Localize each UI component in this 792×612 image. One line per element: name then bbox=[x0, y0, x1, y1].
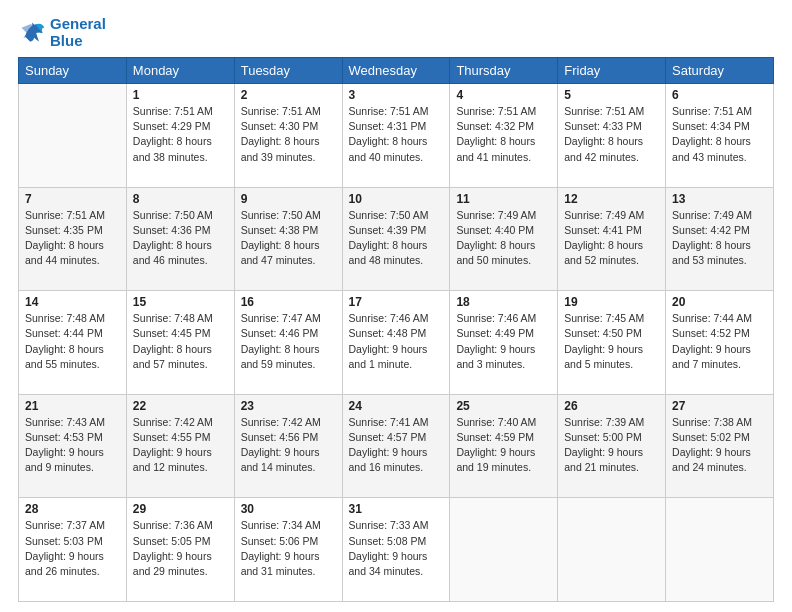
day-info: Sunrise: 7:36 AM Sunset: 5:05 PM Dayligh… bbox=[133, 518, 228, 579]
day-number: 24 bbox=[349, 399, 444, 413]
calendar-cell: 16Sunrise: 7:47 AM Sunset: 4:46 PM Dayli… bbox=[234, 291, 342, 395]
day-info: Sunrise: 7:51 AM Sunset: 4:31 PM Dayligh… bbox=[349, 104, 444, 165]
day-info: Sunrise: 7:33 AM Sunset: 5:08 PM Dayligh… bbox=[349, 518, 444, 579]
day-number: 18 bbox=[456, 295, 551, 309]
weekday-header-thursday: Thursday bbox=[450, 58, 558, 84]
day-number: 3 bbox=[349, 88, 444, 102]
day-number: 14 bbox=[25, 295, 120, 309]
day-number: 11 bbox=[456, 192, 551, 206]
calendar-cell: 15Sunrise: 7:48 AM Sunset: 4:45 PM Dayli… bbox=[126, 291, 234, 395]
day-info: Sunrise: 7:40 AM Sunset: 4:59 PM Dayligh… bbox=[456, 415, 551, 476]
calendar-cell: 21Sunrise: 7:43 AM Sunset: 4:53 PM Dayli… bbox=[19, 394, 127, 498]
weekday-header-tuesday: Tuesday bbox=[234, 58, 342, 84]
day-info: Sunrise: 7:51 AM Sunset: 4:34 PM Dayligh… bbox=[672, 104, 767, 165]
calendar-cell: 9Sunrise: 7:50 AM Sunset: 4:38 PM Daylig… bbox=[234, 187, 342, 291]
calendar-cell: 8Sunrise: 7:50 AM Sunset: 4:36 PM Daylig… bbox=[126, 187, 234, 291]
day-info: Sunrise: 7:48 AM Sunset: 4:44 PM Dayligh… bbox=[25, 311, 120, 372]
day-info: Sunrise: 7:43 AM Sunset: 4:53 PM Dayligh… bbox=[25, 415, 120, 476]
calendar-cell bbox=[19, 84, 127, 188]
calendar-cell: 20Sunrise: 7:44 AM Sunset: 4:52 PM Dayli… bbox=[666, 291, 774, 395]
day-info: Sunrise: 7:46 AM Sunset: 4:48 PM Dayligh… bbox=[349, 311, 444, 372]
day-info: Sunrise: 7:47 AM Sunset: 4:46 PM Dayligh… bbox=[241, 311, 336, 372]
day-number: 27 bbox=[672, 399, 767, 413]
calendar-cell: 23Sunrise: 7:42 AM Sunset: 4:56 PM Dayli… bbox=[234, 394, 342, 498]
day-number: 12 bbox=[564, 192, 659, 206]
day-info: Sunrise: 7:49 AM Sunset: 4:41 PM Dayligh… bbox=[564, 208, 659, 269]
day-number: 25 bbox=[456, 399, 551, 413]
calendar-table: SundayMondayTuesdayWednesdayThursdayFrid… bbox=[18, 57, 774, 602]
day-info: Sunrise: 7:49 AM Sunset: 4:42 PM Dayligh… bbox=[672, 208, 767, 269]
calendar-cell: 12Sunrise: 7:49 AM Sunset: 4:41 PM Dayli… bbox=[558, 187, 666, 291]
logo-text: General Blue bbox=[50, 16, 106, 49]
calendar-cell: 3Sunrise: 7:51 AM Sunset: 4:31 PM Daylig… bbox=[342, 84, 450, 188]
day-info: Sunrise: 7:50 AM Sunset: 4:36 PM Dayligh… bbox=[133, 208, 228, 269]
day-number: 9 bbox=[241, 192, 336, 206]
day-info: Sunrise: 7:46 AM Sunset: 4:49 PM Dayligh… bbox=[456, 311, 551, 372]
day-number: 5 bbox=[564, 88, 659, 102]
calendar-cell bbox=[666, 498, 774, 602]
calendar-cell: 1Sunrise: 7:51 AM Sunset: 4:29 PM Daylig… bbox=[126, 84, 234, 188]
weekday-header-sunday: Sunday bbox=[19, 58, 127, 84]
day-number: 28 bbox=[25, 502, 120, 516]
calendar-cell: 4Sunrise: 7:51 AM Sunset: 4:32 PM Daylig… bbox=[450, 84, 558, 188]
day-number: 13 bbox=[672, 192, 767, 206]
day-number: 30 bbox=[241, 502, 336, 516]
logo: General Blue bbox=[18, 16, 106, 49]
weekday-header-friday: Friday bbox=[558, 58, 666, 84]
day-info: Sunrise: 7:51 AM Sunset: 4:35 PM Dayligh… bbox=[25, 208, 120, 269]
weekday-header-wednesday: Wednesday bbox=[342, 58, 450, 84]
day-info: Sunrise: 7:41 AM Sunset: 4:57 PM Dayligh… bbox=[349, 415, 444, 476]
day-info: Sunrise: 7:48 AM Sunset: 4:45 PM Dayligh… bbox=[133, 311, 228, 372]
calendar-cell: 10Sunrise: 7:50 AM Sunset: 4:39 PM Dayli… bbox=[342, 187, 450, 291]
day-number: 15 bbox=[133, 295, 228, 309]
day-info: Sunrise: 7:45 AM Sunset: 4:50 PM Dayligh… bbox=[564, 311, 659, 372]
calendar-cell: 11Sunrise: 7:49 AM Sunset: 4:40 PM Dayli… bbox=[450, 187, 558, 291]
calendar-cell: 27Sunrise: 7:38 AM Sunset: 5:02 PM Dayli… bbox=[666, 394, 774, 498]
day-number: 6 bbox=[672, 88, 767, 102]
day-number: 21 bbox=[25, 399, 120, 413]
day-info: Sunrise: 7:44 AM Sunset: 4:52 PM Dayligh… bbox=[672, 311, 767, 372]
day-info: Sunrise: 7:51 AM Sunset: 4:32 PM Dayligh… bbox=[456, 104, 551, 165]
day-number: 19 bbox=[564, 295, 659, 309]
calendar-cell: 14Sunrise: 7:48 AM Sunset: 4:44 PM Dayli… bbox=[19, 291, 127, 395]
day-info: Sunrise: 7:50 AM Sunset: 4:39 PM Dayligh… bbox=[349, 208, 444, 269]
calendar-cell bbox=[558, 498, 666, 602]
day-number: 1 bbox=[133, 88, 228, 102]
day-number: 31 bbox=[349, 502, 444, 516]
weekday-header-row: SundayMondayTuesdayWednesdayThursdayFrid… bbox=[19, 58, 774, 84]
day-number: 10 bbox=[349, 192, 444, 206]
calendar-cell: 25Sunrise: 7:40 AM Sunset: 4:59 PM Dayli… bbox=[450, 394, 558, 498]
day-info: Sunrise: 7:38 AM Sunset: 5:02 PM Dayligh… bbox=[672, 415, 767, 476]
day-number: 20 bbox=[672, 295, 767, 309]
day-number: 26 bbox=[564, 399, 659, 413]
calendar-cell: 24Sunrise: 7:41 AM Sunset: 4:57 PM Dayli… bbox=[342, 394, 450, 498]
calendar-cell: 6Sunrise: 7:51 AM Sunset: 4:34 PM Daylig… bbox=[666, 84, 774, 188]
calendar-cell: 29Sunrise: 7:36 AM Sunset: 5:05 PM Dayli… bbox=[126, 498, 234, 602]
weekday-header-monday: Monday bbox=[126, 58, 234, 84]
day-number: 7 bbox=[25, 192, 120, 206]
logo-icon bbox=[18, 19, 46, 47]
day-info: Sunrise: 7:39 AM Sunset: 5:00 PM Dayligh… bbox=[564, 415, 659, 476]
calendar-week-4: 21Sunrise: 7:43 AM Sunset: 4:53 PM Dayli… bbox=[19, 394, 774, 498]
calendar-cell: 2Sunrise: 7:51 AM Sunset: 4:30 PM Daylig… bbox=[234, 84, 342, 188]
calendar-cell bbox=[450, 498, 558, 602]
day-info: Sunrise: 7:42 AM Sunset: 4:55 PM Dayligh… bbox=[133, 415, 228, 476]
calendar-cell: 31Sunrise: 7:33 AM Sunset: 5:08 PM Dayli… bbox=[342, 498, 450, 602]
day-info: Sunrise: 7:51 AM Sunset: 4:29 PM Dayligh… bbox=[133, 104, 228, 165]
calendar-cell: 13Sunrise: 7:49 AM Sunset: 4:42 PM Dayli… bbox=[666, 187, 774, 291]
calendar-week-3: 14Sunrise: 7:48 AM Sunset: 4:44 PM Dayli… bbox=[19, 291, 774, 395]
page: General Blue SundayMondayTuesdayWednesda… bbox=[0, 0, 792, 612]
header: General Blue bbox=[18, 16, 774, 49]
day-info: Sunrise: 7:50 AM Sunset: 4:38 PM Dayligh… bbox=[241, 208, 336, 269]
calendar-cell: 26Sunrise: 7:39 AM Sunset: 5:00 PM Dayli… bbox=[558, 394, 666, 498]
day-number: 4 bbox=[456, 88, 551, 102]
day-number: 8 bbox=[133, 192, 228, 206]
day-number: 2 bbox=[241, 88, 336, 102]
day-info: Sunrise: 7:51 AM Sunset: 4:30 PM Dayligh… bbox=[241, 104, 336, 165]
calendar-cell: 22Sunrise: 7:42 AM Sunset: 4:55 PM Dayli… bbox=[126, 394, 234, 498]
day-info: Sunrise: 7:42 AM Sunset: 4:56 PM Dayligh… bbox=[241, 415, 336, 476]
calendar-cell: 28Sunrise: 7:37 AM Sunset: 5:03 PM Dayli… bbox=[19, 498, 127, 602]
weekday-header-saturday: Saturday bbox=[666, 58, 774, 84]
calendar-week-2: 7Sunrise: 7:51 AM Sunset: 4:35 PM Daylig… bbox=[19, 187, 774, 291]
day-info: Sunrise: 7:34 AM Sunset: 5:06 PM Dayligh… bbox=[241, 518, 336, 579]
